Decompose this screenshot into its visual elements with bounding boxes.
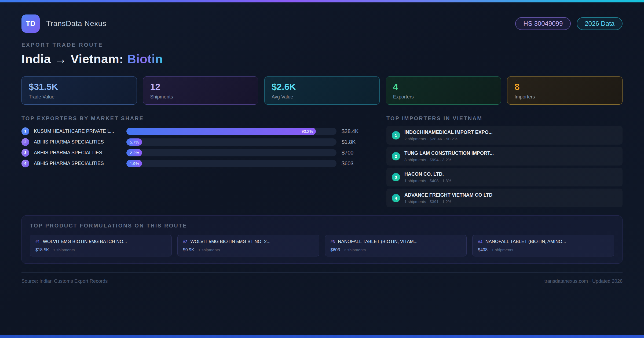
exporter-name: ABHIS PHARMA SPECIALITIES [34, 139, 126, 145]
product-shipments: 1 shipments [198, 248, 220, 252]
importer-info: ADVANCE FREIGHT VIETNAM CO LTD 1 shipmen… [404, 192, 492, 204]
bottom-accent-bar [0, 335, 644, 338]
exporter-row[interactable]: 3 ABHIS PHARMA SPECIALTIES 2.2% $700 [21, 147, 364, 158]
importer-card[interactable]: 1 INDOCHINAMEDICAL IMPORT EXPO... 2 ship… [386, 126, 623, 145]
products-panel: TOP PRODUCT FORMULATIONS ON THIS ROUTE #… [21, 215, 623, 264]
exporters-section: TOP EXPORTERS BY MARKET SHARE 1 KUSUM HE… [21, 115, 364, 207]
dashboard-page: TD TransData Nexus HS 30049099 2026 Data… [0, 14, 644, 284]
footer: Source: Indian Customs Export Records tr… [21, 272, 623, 284]
product-name: NANOFALL TABLET (BIOTIN, AMINO... [485, 239, 566, 244]
exporter-name: ABHIS PHARMA SPECIALITIES [34, 161, 126, 166]
product-rank: #1 [35, 239, 40, 244]
stat-value: 8 [514, 82, 615, 92]
header: TD TransData Nexus HS 30049099 2026 Data [21, 14, 623, 33]
exporter-value: $603 [342, 160, 364, 167]
route-text: India → Vietnam: [21, 52, 127, 66]
rank-badge: 4 [392, 194, 400, 202]
stat-value: 12 [150, 82, 251, 92]
market-share-bar-fill: 2.2% [126, 149, 142, 156]
stat-value: $31.5K [29, 82, 130, 92]
importer-name: INDOCHINAMEDICAL IMPORT EXPO... [404, 130, 493, 135]
footer-site: transdatanexus.com · Updated 2026 [544, 278, 623, 284]
product-text: Biotin [127, 52, 163, 66]
header-badges: HS 30049099 2026 Data [515, 17, 623, 30]
year-data-label: 2026 Data [585, 20, 614, 27]
exporter-name: KUSUM HEALTHCARE PRIVATE L... [34, 128, 126, 134]
product-name: NANOFALL TABLET (BIOTIN, VITAM... [338, 239, 418, 244]
stat-label: Trade Value [29, 94, 130, 100]
product-value: $18.5K [35, 248, 49, 252]
importer-card[interactable]: 3 HACON CO. LTD. 1 shipments · $408 · 1.… [386, 168, 623, 186]
exporter-row[interactable]: 1 KUSUM HEALTHCARE PRIVATE L... 90.2% $2… [21, 126, 364, 137]
product-rank: #2 [183, 239, 188, 244]
rank-badge: 3 [21, 149, 29, 157]
product-meta-line: $603 2 shipments [331, 248, 461, 252]
product-title-line: #2 WOLVIT 5MG BIOTIN 5MG BT NO- 2... [183, 239, 314, 244]
hs-code-badge[interactable]: HS 30049099 [515, 17, 571, 30]
product-value: $603 [331, 248, 340, 252]
product-shipments: 2 shipments [344, 248, 366, 252]
app-name: TransData Nexus [46, 19, 106, 28]
product-title-line: #1 WOLVIT 5MG BIOTIN 5MG BATCH NO... [35, 239, 166, 244]
rank-badge: 3 [392, 173, 400, 181]
product-meta-line: $9.9K 1 shipments [183, 248, 314, 252]
stat-value: $2.6K [272, 82, 372, 92]
product-title-line: #4 NANOFALL TABLET (BIOTIN, AMINO... [478, 239, 609, 244]
products-heading: TOP PRODUCT FORMULATIONS ON THIS ROUTE [30, 223, 614, 229]
product-rank: #3 [331, 239, 335, 244]
product-name: WOLVIT 5MG BIOTIN 5MG BT NO- 2... [190, 239, 270, 244]
product-value: $408 [478, 248, 488, 252]
market-share-percent: 1.9% [130, 161, 139, 166]
stats-row: $31.5K Trade Value 12 Shipments $2.6K Av… [21, 76, 623, 105]
stat-card-importers: 8 Importers [507, 76, 623, 105]
importer-card[interactable]: 2 TUNG LAM CONSTRUCTION IMPORT... 3 ship… [386, 147, 623, 166]
app-logo: TD [21, 14, 40, 33]
main-content: TOP EXPORTERS BY MARKET SHARE 1 KUSUM HE… [21, 115, 623, 207]
stat-label: Avg Value [272, 94, 372, 100]
stat-label: Importers [514, 94, 615, 100]
market-share-bar-fill: 1.9% [126, 160, 142, 167]
market-share-bar-fill: 90.2% [126, 128, 316, 135]
stat-label: Exporters [393, 94, 494, 100]
product-title-line: #3 NANOFALL TABLET (BIOTIN, VITAM... [331, 239, 461, 244]
product-shipments: 1 shipments [492, 248, 513, 252]
exporter-name: ABHIS PHARMA SPECIALTIES [34, 150, 126, 156]
importer-meta: 2 shipments · $28.4K · 90.2% [404, 137, 493, 141]
product-meta-line: $18.5K 1 shipments [35, 248, 166, 252]
stat-card-trade-value: $31.5K Trade Value [21, 76, 137, 105]
exporter-row[interactable]: 2 ABHIS PHARMA SPECIALITIES 5.7% $1.8K [21, 137, 364, 147]
top-accent-bar [0, 0, 644, 2]
rank-badge: 4 [21, 160, 29, 167]
product-name: WOLVIT 5MG BIOTIN 5MG BATCH NO... [43, 239, 127, 244]
product-card[interactable]: #1 WOLVIT 5MG BIOTIN 5MG BATCH NO... $18… [30, 235, 172, 256]
page-title: India → Vietnam: Biotin [21, 52, 623, 66]
year-data-badge[interactable]: 2026 Data [577, 17, 623, 30]
exporters-list: 1 KUSUM HEALTHCARE PRIVATE L... 90.2% $2… [21, 126, 364, 169]
importer-info: HACON CO. LTD. 1 shipments · $408 · 1.3% [404, 171, 451, 183]
brand: TD TransData Nexus [21, 14, 106, 33]
market-share-percent: 5.7% [130, 140, 139, 144]
rank-badge: 2 [21, 138, 29, 146]
product-value: $9.9K [183, 248, 194, 252]
products-list: #1 WOLVIT 5MG BIOTIN 5MG BATCH NO... $18… [30, 235, 614, 256]
importer-card[interactable]: 4 ADVANCE FREIGHT VIETNAM CO LTD 1 shipm… [386, 189, 623, 207]
rank-badge: 1 [21, 127, 29, 135]
stat-card-shipments: 12 Shipments [143, 76, 258, 105]
importer-name: ADVANCE FREIGHT VIETNAM CO LTD [404, 192, 492, 198]
stat-card-avg-value: $2.6K Avg Value [264, 76, 380, 105]
rank-badge: 2 [392, 152, 400, 160]
importer-info: TUNG LAM CONSTRUCTION IMPORT... 3 shipme… [404, 150, 494, 162]
exporters-heading: TOP EXPORTERS BY MARKET SHARE [21, 115, 364, 122]
product-card[interactable]: #3 NANOFALL TABLET (BIOTIN, VITAM... $60… [325, 235, 467, 256]
market-share-bar-track: 90.2% [126, 128, 336, 135]
hs-code-label: HS 30049099 [523, 20, 563, 27]
footer-source: Source: Indian Customs Export Records [21, 278, 108, 284]
product-meta-line: $408 1 shipments [478, 248, 609, 252]
product-card[interactable]: #2 WOLVIT 5MG BIOTIN 5MG BT NO- 2... $9.… [177, 235, 319, 256]
market-share-bar-track: 5.7% [126, 138, 336, 146]
product-rank: #4 [478, 239, 482, 244]
rank-badge: 1 [392, 131, 400, 139]
product-card[interactable]: #4 NANOFALL TABLET (BIOTIN, AMINO... $40… [472, 235, 614, 256]
exporter-row[interactable]: 4 ABHIS PHARMA SPECIALITIES 1.9% $603 [21, 158, 364, 169]
importers-list: 1 INDOCHINAMEDICAL IMPORT EXPO... 2 ship… [386, 126, 623, 207]
